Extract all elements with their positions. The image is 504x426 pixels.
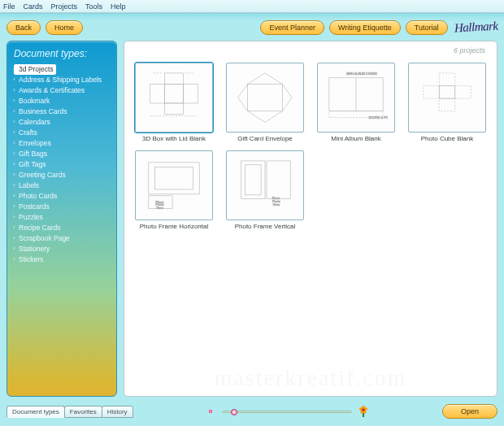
project-thumbnail[interactable]: MINI ALBUM COVER SCORE & FOLD	[317, 63, 395, 133]
category-item[interactable]: Business Cards	[14, 106, 111, 117]
category-item[interactable]: Envelopes	[14, 138, 111, 149]
project-card[interactable]: 3D Box with Lid Blank	[133, 63, 215, 142]
project-caption: Photo Frame Horizontal	[140, 223, 208, 230]
category-item[interactable]: Gift Bags	[14, 149, 111, 159]
svg-text:Here: Here	[273, 202, 280, 206]
svg-rect-4	[184, 85, 198, 103]
svg-rect-5	[248, 85, 283, 111]
bottom-tab[interactable]: History	[102, 406, 133, 418]
project-caption: Mini Album Blank	[331, 135, 380, 142]
bottom-tab[interactable]: Document types	[7, 406, 65, 418]
project-grid: 3D Box with Lid Blank Gift Card Envelope…	[133, 63, 489, 230]
zoom-slider[interactable]	[133, 405, 442, 418]
svg-rect-13	[439, 98, 455, 111]
project-thumbnail[interactable]	[135, 63, 213, 133]
sidebar-title: Document types:	[14, 48, 111, 59]
project-thumbnail[interactable]	[226, 63, 304, 133]
svg-text:Here: Here	[157, 206, 163, 210]
svg-text:MINI ALBUM COVER: MINI ALBUM COVER	[346, 72, 377, 76]
project-count: 6 projects	[454, 46, 485, 54]
project-thumbnail[interactable]: Place Photo Here	[135, 150, 213, 220]
svg-rect-22	[241, 161, 265, 199]
tutorial-button[interactable]: Tutorial	[406, 20, 448, 35]
svg-rect-38	[363, 413, 364, 417]
svg-point-37	[363, 408, 365, 411]
sidebar: Document types: 3d ProjectsAddress & Shi…	[7, 41, 117, 397]
category-item[interactable]: Puzzles	[14, 212, 111, 223]
zoom-knob[interactable]	[231, 409, 237, 415]
category-item[interactable]: Stickers	[14, 254, 111, 265]
content-panel: 6 projects 3D Box with Lid Blank Gift Ca…	[124, 41, 497, 397]
project-card[interactable]: Photo Cube Blank	[406, 63, 489, 142]
writing-etiquette-button[interactable]: Writing Etiquette	[329, 20, 401, 35]
project-thumbnail[interactable]: Place Photo Here	[226, 150, 304, 220]
brand-logo: Hallmark	[454, 21, 498, 35]
svg-rect-23	[245, 165, 262, 195]
project-caption: 3D Box with Lid Blank	[142, 135, 206, 142]
project-card[interactable]: Place Photo Here Photo Frame Horizontal	[133, 150, 215, 230]
home-button[interactable]: Home	[46, 20, 83, 35]
project-thumbnail[interactable]	[408, 63, 486, 133]
category-item[interactable]: Calendars	[14, 117, 111, 128]
svg-rect-15	[455, 86, 471, 99]
menu-file[interactable]: File	[3, 2, 15, 11]
flower-large-icon	[357, 405, 370, 418]
category-item[interactable]: Labels	[14, 180, 111, 191]
svg-rect-2	[164, 103, 183, 115]
open-button[interactable]: Open	[442, 404, 497, 419]
svg-text:SCORE & FOLD: SCORE & FOLD	[369, 115, 388, 120]
svg-point-29	[210, 411, 211, 412]
event-planner-button[interactable]: Event Planner	[260, 20, 324, 35]
svg-rect-0	[164, 73, 183, 85]
menu-projects[interactable]: Projects	[51, 2, 78, 11]
project-caption: Gift Card Envelope	[237, 135, 293, 142]
project-caption: Photo Cube Blank	[421, 135, 474, 142]
svg-point-36	[359, 407, 362, 410]
svg-rect-17	[155, 167, 193, 189]
svg-point-33	[365, 407, 367, 410]
svg-rect-24	[267, 161, 290, 199]
category-item[interactable]: Bookmark	[14, 96, 111, 106]
svg-point-32	[363, 406, 365, 408]
menu-bar: File Cards Projects Tools Help	[0, 0, 504, 13]
flower-small-icon	[204, 405, 217, 418]
project-card[interactable]: Place Photo Here Photo Frame Vertical	[224, 150, 306, 230]
category-item[interactable]: 3d Projects	[14, 64, 56, 75]
bottom-bar: Document typesFavoritesHistory Open	[7, 402, 497, 421]
project-card[interactable]: MINI ALBUM COVER SCORE & FOLD Mini Album…	[315, 63, 398, 142]
project-card[interactable]: Gift Card Envelope	[224, 63, 306, 142]
bottom-tab[interactable]: Favorites	[64, 406, 102, 418]
svg-rect-12	[439, 86, 455, 99]
category-item[interactable]: Stationery	[14, 244, 111, 254]
menu-cards[interactable]: Cards	[24, 2, 43, 11]
category-item[interactable]: Gift Tags	[14, 159, 111, 170]
category-item[interactable]: Recipe Cards	[14, 223, 111, 233]
back-button[interactable]: Back	[7, 20, 41, 35]
category-item[interactable]: Scrapbook Page	[14, 233, 111, 244]
svg-rect-1	[164, 85, 183, 103]
menu-tools[interactable]: Tools	[85, 2, 102, 11]
category-item[interactable]: Awards & Certificates	[14, 85, 111, 96]
category-item[interactable]: Greeting Cards	[14, 170, 111, 180]
svg-rect-3	[150, 85, 165, 103]
category-list: 3d ProjectsAddress & Shipping LabelsAwar…	[14, 64, 111, 265]
zoom-track[interactable]	[222, 411, 352, 413]
category-item[interactable]: Address & Shipping Labels	[14, 75, 111, 85]
category-item[interactable]: Photo Cards	[14, 191, 111, 202]
category-item[interactable]: Crafts	[14, 128, 111, 138]
svg-rect-14	[424, 86, 440, 99]
project-caption: Photo Frame Vertical	[235, 223, 296, 230]
top-toolbar: Back Home Event Planner Writing Etiquett…	[0, 14, 504, 41]
watermark-text: masterkreatif.com	[124, 365, 497, 391]
bottom-tabs: Document typesFavoritesHistory	[7, 406, 133, 418]
menu-help[interactable]: Help	[111, 2, 126, 11]
category-item[interactable]: Postcards	[14, 202, 111, 212]
svg-rect-11	[439, 73, 455, 86]
